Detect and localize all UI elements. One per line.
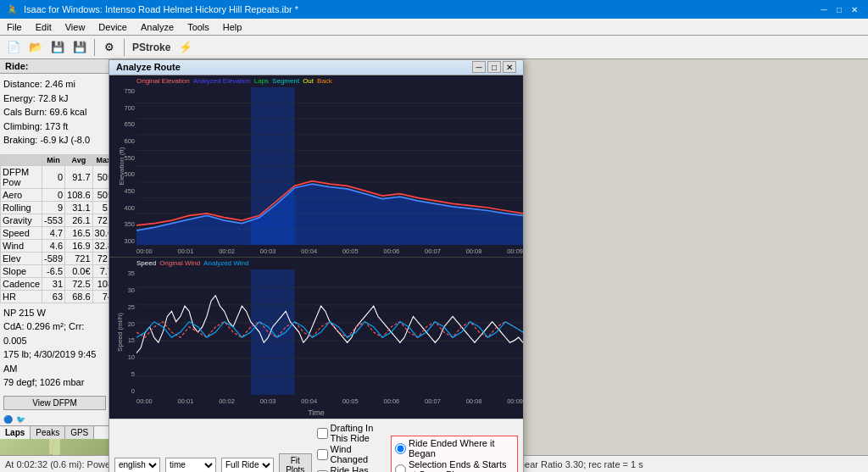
fit-plots-button[interactable]: Fit Plots: [279, 453, 312, 473]
time-select[interactable]: time distance: [165, 458, 216, 473]
sx-tick-8: 00:08: [466, 397, 482, 405]
pstroke-icon-button[interactable]: ⚡: [175, 38, 196, 57]
drafting-checkbox[interactable]: [317, 428, 328, 439]
sx-tick-9: 00:09: [507, 397, 523, 405]
radio-group: Ride Ended Where it Began Selection Ends…: [391, 436, 518, 472]
toolbar-separator: [94, 39, 95, 56]
full-ride-select[interactable]: Full Ride: [221, 458, 274, 473]
save-as-button[interactable]: 💾: [70, 38, 90, 57]
elev-tick-300: 300: [124, 237, 135, 245]
speed-svg: [136, 269, 523, 395]
drafting-label: Drafting In This Ride: [331, 423, 386, 443]
legend-orig-wind: Original Wind: [159, 259, 200, 267]
elev-tick-450: 450: [124, 187, 135, 195]
english-select[interactable]: english metric: [114, 458, 160, 473]
weather: 79 degf; 1026 mbar: [3, 375, 106, 390]
legend-laps: Laps: [254, 77, 269, 85]
elevation-svg: [136, 87, 523, 245]
speed-tick-20: 20: [128, 320, 135, 328]
legend-original: Original Elevation: [136, 77, 190, 85]
elev-tick-550: 550: [124, 154, 135, 162]
table-row: HR6368.674: [1, 290, 111, 303]
speed-tick-15: 15: [128, 336, 135, 344]
stat-distance: Distance: 2.46 mi: [3, 77, 106, 92]
dialog-minimize-button[interactable]: ─: [472, 61, 486, 73]
stat-cals: Cals Burn: 69.6 kcal: [3, 105, 106, 119]
sx-tick-0: 00:00: [136, 397, 153, 405]
menu-help[interactable]: Help: [216, 20, 249, 34]
radio-selection-item: Selection Ends & Starts at Same Place: [395, 459, 514, 472]
legend-analyzed-wind: Analyzed Wind: [203, 259, 248, 267]
x-tick-2: 00:02: [219, 247, 235, 255]
col-header-min: Min: [42, 154, 65, 165]
radio-selection[interactable]: [395, 464, 406, 473]
close-button[interactable]: ✕: [848, 3, 861, 15]
table-row: Slope-6.50.0€7.7: [1, 264, 111, 277]
open-button[interactable]: 📂: [25, 38, 46, 57]
toolbar: 📄 📂 💾 💾 ⚙ PStroke ⚡: [0, 36, 868, 59]
svg-text:Google: Google: [50, 454, 53, 455]
menu-file[interactable]: File: [0, 20, 29, 34]
speed-tick-10: 10: [128, 353, 135, 361]
new-button[interactable]: 📄: [3, 38, 24, 57]
save-button[interactable]: 💾: [47, 38, 68, 57]
map-area: Google: [0, 439, 109, 456]
radio-ended-item: Ride Ended Where it Began: [395, 438, 514, 458]
radio-ended[interactable]: [395, 443, 406, 454]
social-icon-t[interactable]: 🐦: [16, 415, 25, 424]
tab-peaks[interactable]: Peaks: [31, 426, 65, 439]
sx-tick-7: 00:07: [425, 397, 441, 405]
table-row: Rolling931.151: [1, 201, 111, 214]
ride-header: Ride:: [0, 59, 109, 74]
stat-climbing: Climbing: 173 ft: [3, 119, 106, 134]
elev-tick-400: 400: [124, 204, 135, 212]
title-bar: 🚴 Isaac for Windows: Intenso Road Helmet…: [0, 0, 868, 19]
dialog-maximize-button[interactable]: □: [487, 61, 501, 73]
sx-tick-2: 00:02: [219, 397, 235, 405]
tab-gps[interactable]: GPS: [65, 426, 94, 439]
maximize-button[interactable]: □: [832, 3, 846, 15]
view-dfpm-button[interactable]: View DFPM: [3, 396, 106, 410]
menu-tools[interactable]: Tools: [181, 20, 216, 34]
speed-tick-35: 35: [128, 269, 135, 277]
tab-laps[interactable]: Laps: [0, 426, 31, 439]
speed-tick-0: 0: [131, 387, 135, 395]
app-icon: 🚴: [7, 4, 19, 15]
settings-button[interactable]: ⚙: [99, 38, 120, 57]
menu-device[interactable]: Device: [92, 20, 134, 34]
menu-analyze[interactable]: Analyze: [134, 20, 181, 34]
left-extra: NP 215 W CdA: 0.296 m²; Crr: 0.005 175 l…: [0, 303, 109, 392]
col-header-max: Max: [92, 154, 110, 165]
elev-tick-600: 600: [124, 137, 135, 145]
dialog-close-button[interactable]: ✕: [503, 61, 516, 73]
x-tick-1: 00:01: [178, 247, 194, 255]
out-back-item: Ride Has Out & Back: [317, 465, 386, 472]
speed-tick-5: 5: [131, 370, 135, 378]
col-header-name: [1, 154, 42, 165]
elev-tick-500: 500: [124, 170, 135, 178]
legend-segment: Segment: [272, 77, 299, 85]
time-label: Time: [109, 407, 523, 419]
left-panel: Ride: Distance: 2.46 mi Energy: 72.8 kJ …: [0, 59, 110, 455]
sx-tick-5: 00:05: [342, 397, 359, 405]
x-tick-5: 00:05: [342, 247, 359, 255]
bottom-controls: english metric time distance Full Ride F…: [109, 419, 523, 472]
table-row: Aero0108.6505: [1, 188, 111, 201]
toolbar-separator-2: [124, 39, 125, 56]
wind-changed-checkbox[interactable]: [317, 449, 328, 460]
radio-selection-label: Selection Ends & Starts at Same Place: [409, 459, 514, 472]
table-row: Speed4.716.530.6: [1, 226, 111, 239]
svg-rect-0: [49, 439, 60, 456]
table-row: DFPM Pow091.7505: [1, 165, 111, 188]
stat-energy: Energy: 72.8 kJ: [3, 92, 106, 106]
dfpm-table: Min Avg Max DFPM Pow091.7505 Aero0108.65…: [0, 154, 110, 303]
elev-tick-350: 350: [124, 220, 135, 228]
table-row: Cadence3172.5108: [1, 277, 111, 290]
drafting-checkbox-item: Drafting In This Ride: [317, 423, 386, 443]
wind-changed-item: Wind Changed: [317, 444, 386, 464]
menu-edit[interactable]: Edit: [29, 20, 58, 34]
minimize-button[interactable]: ─: [817, 3, 831, 15]
menu-view[interactable]: View: [58, 20, 92, 34]
window-title: Isaac for Windows: Intenso Road Helmet H…: [24, 4, 298, 14]
social-icon-f[interactable]: 🔵: [3, 415, 13, 424]
